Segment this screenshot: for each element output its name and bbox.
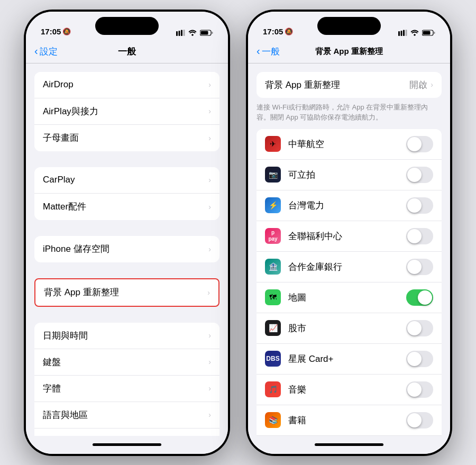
app-name-7: 星展 Card+ (288, 353, 334, 365)
app-row-6[interactable]: 📈 股市 (257, 313, 442, 344)
app-icon-vllo: 📷 (265, 167, 281, 183)
chevron-icon: › (207, 288, 210, 297)
svg-rect-9 (401, 31, 402, 36)
toggle-3[interactable] (406, 228, 433, 244)
list-item-datetime[interactable]: 日期與時間 › (34, 323, 219, 349)
section-5: 日期與時間 › 鍵盤 › 字體 › 語言與地區 › (26, 323, 228, 436)
app-row-5[interactable]: 🗺 地圖 (257, 282, 442, 313)
chevron-icon: › (208, 80, 211, 89)
section-2: CarPlay › Matter配件 › (26, 167, 228, 220)
chevron-icon: › (208, 384, 211, 393)
chevron-icon: › (208, 134, 211, 142)
list-item-storage[interactable]: iPhone 儲存空間 › (34, 236, 219, 262)
app-icon-books: 📚 (265, 412, 281, 428)
app-name-6: 股市 (288, 322, 306, 334)
app-row-7[interactable]: DBS 星展 Card+ (257, 344, 442, 375)
app-icon-taipower: ⚡ (265, 197, 281, 213)
home-bar-right (248, 436, 450, 454)
back-button-right[interactable]: ‹ 一般 (257, 45, 280, 58)
toggle-2[interactable] (406, 197, 433, 214)
app-row-3[interactable]: ppay 全聯福利中心 (257, 221, 442, 252)
main-toggle-section: 背景 App 重新整理 開啟 › (257, 72, 442, 98)
open-label: 開啟 (409, 79, 427, 91)
list-group-2: CarPlay › Matter配件 › (34, 167, 219, 220)
svg-rect-6 (201, 31, 208, 34)
app-row-4[interactable]: 🏦 合作金庫銀行 (257, 252, 442, 282)
app-name-2: 台灣電力 (288, 199, 324, 212)
list-item-background-refresh[interactable]: 背景 App 重新整理 › (35, 279, 218, 306)
app-icon-coop: 🏦 (265, 259, 281, 275)
list-item-keyboard[interactable]: 鍵盤 › (34, 349, 219, 376)
list-item-airplay[interactable]: AirPlay與接力 › (34, 98, 219, 125)
svg-rect-14 (423, 31, 431, 34)
app-row-0[interactable]: ✈ 中華航空 (257, 129, 442, 160)
svg-rect-2 (181, 30, 182, 36)
app-list: ✈ 中華航空 📷 可立拍 (257, 129, 442, 436)
app-name-8: 音樂 (288, 384, 306, 396)
dynamic-island-right (317, 17, 381, 35)
app-name-3: 全聯福利中心 (288, 230, 342, 242)
app-row-1[interactable]: 📷 可立拍 (257, 160, 442, 190)
highlight-box: 背景 App 重新整理 › (34, 278, 219, 307)
status-icons-left (176, 30, 213, 36)
time-right: 17:05 🔕 (263, 27, 293, 36)
app-name-4: 合作金庫銀行 (288, 261, 342, 273)
nav-bar-left: ‹ 設定 一般 (26, 40, 228, 63)
home-indicator-left (93, 443, 161, 446)
list-item-pictureinpicture[interactable]: 子母畫面 › (34, 125, 219, 151)
chevron-icon: › (208, 203, 211, 211)
app-icon-sinopac: DBS (265, 351, 281, 367)
chevron-icon: › (208, 411, 211, 419)
app-row-2[interactable]: ⚡ 台灣電力 (257, 190, 442, 221)
back-button-left[interactable]: ‹ 設定 (34, 45, 58, 58)
svg-rect-7 (212, 32, 213, 34)
chevron-icon: › (208, 358, 211, 366)
dynamic-island-left (95, 17, 159, 35)
chevron-icon: › (208, 331, 211, 340)
nav-bar-right: ‹ 一般 背景 App 重新整理 (248, 40, 450, 63)
list-item-language[interactable]: 語言與地區 › (34, 402, 219, 428)
info-text: 連接 Wi-Fi或行動網路時，允許 App 在背景中重新整理內容。關閉 App … (248, 98, 450, 129)
app-icon-stocks: 📈 (265, 320, 281, 336)
list-item-matter[interactable]: Matter配件 › (34, 194, 219, 220)
list-item-carplay[interactable]: CarPlay › (34, 167, 219, 194)
list-item-dictionary[interactable]: 辭典 › (34, 428, 219, 436)
app-icon-maps: 🗺 (265, 289, 281, 305)
svg-rect-0 (176, 31, 178, 36)
app-name-0: 中華航空 (288, 138, 324, 150)
toggle-0[interactable] (406, 136, 433, 152)
svg-rect-11 (406, 30, 407, 36)
section-4: 背景 App 重新整理 › (26, 278, 228, 307)
toggle-9[interactable] (406, 412, 433, 428)
list-item-airdrop[interactable]: AirDrop › (34, 72, 219, 98)
svg-rect-3 (184, 30, 185, 36)
svg-rect-1 (179, 31, 180, 36)
app-name-9: 書籍 (288, 414, 306, 426)
main-toggle-row[interactable]: 背景 App 重新整理 開啟 › (257, 72, 442, 98)
section-3: iPhone 儲存空間 › (26, 236, 228, 262)
app-name-1: 可立拍 (288, 169, 315, 181)
app-row-9[interactable]: 📚 書籍 (257, 405, 442, 436)
home-indicator-right (315, 443, 383, 446)
list-item-fonts[interactable]: 字體 › (34, 376, 219, 402)
list-group-3: iPhone 儲存空間 › (34, 236, 219, 262)
app-icon-ppay: ppay (265, 228, 281, 244)
chevron-icon: › (208, 107, 211, 115)
app-icon-china-air: ✈ (265, 136, 281, 152)
toggle-4[interactable] (406, 259, 433, 275)
nav-title-left: 一般 (118, 45, 136, 58)
toggle-5[interactable] (406, 289, 433, 306)
toggle-8[interactable] (406, 381, 433, 398)
content-left: AirDrop › AirPlay與接力 › 子母畫面 › (26, 63, 228, 436)
chevron-icon: › (208, 176, 211, 184)
svg-rect-15 (434, 32, 435, 34)
home-bar-left (26, 436, 228, 454)
time-left: 17:05 🔕 (41, 27, 71, 36)
toggle-6[interactable] (406, 320, 433, 336)
toggle-7[interactable] (406, 351, 433, 367)
app-row-8[interactable]: 🎵 音樂 (257, 375, 442, 405)
list-group-1: AirDrop › AirPlay與接力 › 子母畫面 › (34, 72, 219, 151)
toggle-1[interactable] (406, 167, 433, 183)
phone-left: 17:05 🔕 ‹ 設定 一般 AirDrop › (24, 10, 230, 456)
app-name-5: 地圖 (288, 291, 306, 304)
